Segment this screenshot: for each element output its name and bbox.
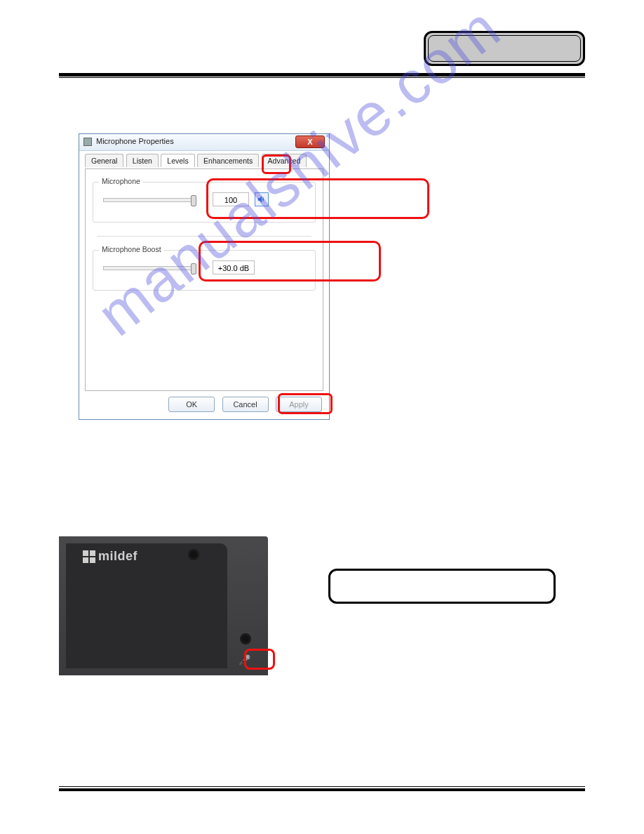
dialog-buttons: OK Cancel Apply xyxy=(164,397,322,413)
callout-box-empty xyxy=(328,569,556,604)
tab-advanced[interactable]: Advanced xyxy=(262,154,307,167)
microphone-boost-slider[interactable] xyxy=(103,266,194,270)
tab-strip: General Listen Levels Enhancements Advan… xyxy=(85,154,323,169)
microphone-boost-group: Microphone Boost +30.0 dB xyxy=(93,250,316,291)
screw-icon xyxy=(240,633,251,644)
tab-panel-levels: Microphone 100 Microphone Boost +30.0 dB xyxy=(85,168,323,391)
apply-button[interactable]: Apply xyxy=(276,397,322,412)
bottom-rule-thin xyxy=(59,786,585,787)
tab-levels[interactable]: Levels xyxy=(161,154,194,167)
tab-listen[interactable]: Listen xyxy=(126,154,159,167)
device-photo: mildef 🎤 xyxy=(59,536,268,675)
top-right-badge xyxy=(424,31,585,66)
logo-grid-icon xyxy=(83,550,95,563)
speaker-icon[interactable] xyxy=(255,192,269,206)
ok-button[interactable]: OK xyxy=(168,397,215,412)
app-icon xyxy=(83,138,92,146)
microphone-slider[interactable] xyxy=(103,198,194,202)
microphone-value[interactable]: 100 xyxy=(213,192,249,206)
tab-general[interactable]: General xyxy=(85,154,123,167)
microphone-properties-dialog: Microphone Properties X General Listen L… xyxy=(79,133,330,420)
tab-enhancements[interactable]: Enhancements xyxy=(197,154,259,167)
brand-text: mildef xyxy=(98,549,137,564)
separator xyxy=(97,236,311,237)
slider-thumb[interactable] xyxy=(191,263,196,274)
top-rule xyxy=(59,73,585,77)
window-title: Microphone Properties xyxy=(96,137,174,145)
screw-icon xyxy=(188,549,199,560)
microphone-icon: 🎤 xyxy=(239,654,250,666)
titlebar: Microphone Properties X xyxy=(79,134,329,151)
slider-thumb[interactable] xyxy=(191,195,196,206)
brand-logo: mildef xyxy=(83,549,137,564)
cancel-button[interactable]: Cancel xyxy=(222,397,269,412)
microphone-boost-value[interactable]: +30.0 dB xyxy=(213,260,255,274)
close-button[interactable]: X xyxy=(295,135,325,148)
microphone-label: Microphone xyxy=(99,177,143,185)
bottom-rule xyxy=(59,788,585,791)
top-rule-thin xyxy=(59,77,585,78)
microphone-group: Microphone 100 xyxy=(93,182,316,223)
microphone-boost-label: Microphone Boost xyxy=(99,245,164,253)
